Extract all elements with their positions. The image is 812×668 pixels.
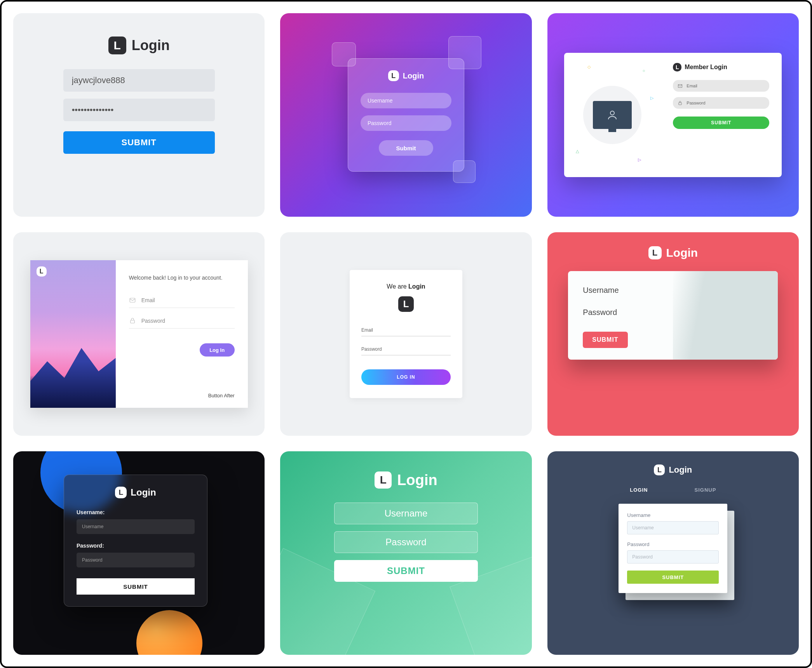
submit-button[interactable]: SUBMIT — [334, 560, 478, 582]
login-card-glass-gradient: L Login Submit — [280, 13, 531, 217]
logo-icon: L — [115, 487, 127, 498]
card-title: Login — [131, 487, 156, 498]
lock-icon — [678, 101, 683, 106]
heading-bold: Login — [408, 283, 425, 290]
email-label: Email — [141, 297, 155, 303]
password-input[interactable] — [627, 550, 719, 564]
password-input[interactable] — [334, 531, 478, 553]
title-row: L Login — [77, 487, 195, 498]
password-field[interactable]: Password — [361, 346, 451, 355]
card-title: Login — [666, 246, 698, 259]
email-field[interactable]: Email — [361, 327, 451, 336]
submit-button[interactable]: SUBMIT — [673, 117, 769, 129]
auth-tabs: LOGIN SIGNUP — [630, 487, 716, 493]
svg-rect-1 — [679, 103, 682, 104]
password-label: Password — [627, 541, 719, 547]
monitor-ring — [583, 86, 641, 144]
submit-button[interactable]: SUBMIT — [63, 131, 215, 154]
tab-login[interactable]: LOGIN — [630, 487, 648, 493]
dot-decor-icon: △ — [576, 149, 579, 154]
panel: We are Login L Email Password LOG IN — [350, 270, 462, 398]
login-card-tabs: L Login LOGIN SIGNUP Username Password S… — [547, 451, 799, 655]
illustration-area: ◇ ○ △ ▷ ▷ — [564, 53, 660, 177]
title-row: L Login — [654, 464, 692, 475]
email-field[interactable]: Email — [129, 293, 235, 308]
login-card-weare: We are Login L Email Password LOG IN — [280, 232, 531, 436]
form-area: L Member Login Email Password SUBMIT — [660, 53, 782, 177]
password-input[interactable] — [63, 99, 215, 121]
title-row: L Login — [375, 471, 437, 489]
email-field[interactable]: Email — [673, 80, 769, 92]
logo-icon: L — [37, 266, 47, 277]
title-row: L Login — [108, 37, 170, 54]
username-input[interactable] — [627, 521, 719, 534]
password-label: Password: — [77, 543, 195, 549]
tab-signup[interactable]: SIGNUP — [694, 487, 716, 493]
panel-stack: Username Password SUBMIT — [619, 504, 727, 593]
user-icon — [606, 109, 618, 121]
login-card-welcome: L Welcome back! Log in to your account. … — [13, 232, 265, 436]
logo-icon: L — [375, 471, 392, 489]
email-label: Email — [687, 84, 697, 88]
card-title: Login — [669, 465, 692, 475]
logo-icon: L — [398, 296, 414, 312]
password-field[interactable]: Password — [583, 308, 763, 317]
glass-panel: L Login Submit — [348, 58, 464, 172]
password-field[interactable]: Password — [673, 97, 769, 109]
svg-point-0 — [610, 111, 614, 115]
logo-icon: L — [673, 63, 681, 71]
password-input[interactable] — [361, 115, 451, 131]
username-label: Username — [627, 512, 719, 518]
logo-icon: L — [108, 37, 126, 54]
password-input[interactable] — [77, 553, 195, 567]
submit-button[interactable]: SUBMIT — [627, 571, 719, 584]
decor-square-icon — [332, 42, 356, 66]
glass-panel: L Login Username: Password: SUBMIT — [64, 475, 207, 607]
panel: ◇ ○ △ ▷ ▷ L Member Login Email — [564, 53, 782, 177]
username-label: Username: — [77, 509, 195, 515]
submit-button[interactable]: SUBMIT — [583, 332, 627, 348]
logo-icon: L — [654, 464, 665, 475]
heading-pre: We are — [387, 283, 408, 290]
mail-icon — [129, 297, 136, 304]
username-input[interactable] — [63, 69, 215, 92]
dot-decor-icon: ○ — [643, 68, 645, 73]
form-area: Welcome back! Log in to your account. Em… — [116, 260, 248, 408]
logo-icon: L — [648, 246, 662, 259]
button-after-text: Button After — [129, 393, 235, 398]
decor-square-icon — [453, 160, 476, 183]
svg-rect-3 — [130, 320, 134, 324]
username-input[interactable] — [334, 503, 478, 524]
panel: L Welcome back! Log in to your account. … — [30, 260, 248, 408]
lock-icon — [129, 317, 136, 324]
submit-button[interactable]: SUBMIT — [77, 578, 195, 595]
submit-button[interactable]: Submit — [379, 140, 433, 156]
title-row: L Login — [648, 246, 698, 259]
card-title: Login — [132, 37, 170, 54]
logo-icon: L — [388, 70, 399, 81]
mail-icon — [678, 84, 683, 89]
panel: Username Password SUBMIT — [568, 271, 778, 360]
monitor-icon — [593, 101, 632, 129]
login-templates-grid: L Login SUBMIT L Login Submit ◇ ○ △ — [13, 13, 799, 655]
password-field[interactable]: Password — [129, 313, 235, 329]
svg-rect-2 — [130, 298, 135, 303]
password-label: Password — [687, 101, 705, 105]
side-image: L — [30, 260, 116, 408]
card-title: Login — [397, 472, 437, 489]
decor-square-icon — [448, 36, 481, 69]
card-title: Member Login — [685, 64, 727, 71]
mountain-decor-icon — [30, 341, 116, 408]
password-label: Password — [141, 318, 165, 324]
username-input[interactable] — [361, 93, 451, 108]
username-field[interactable]: Username — [583, 286, 763, 295]
circle-decor-icon — [136, 610, 202, 655]
login-button[interactable]: LOG IN — [361, 369, 451, 385]
login-card-member: ◇ ○ △ ▷ ▷ L Member Login Email — [547, 13, 799, 217]
login-button[interactable]: Log In — [200, 343, 235, 357]
login-card-basic: L Login SUBMIT — [13, 13, 265, 217]
username-input[interactable] — [77, 519, 195, 534]
login-card-dark-glass: L Login Username: Password: SUBMIT — [13, 451, 265, 655]
dot-decor-icon: ▷ — [650, 96, 653, 101]
title-row: L Member Login — [673, 63, 769, 71]
